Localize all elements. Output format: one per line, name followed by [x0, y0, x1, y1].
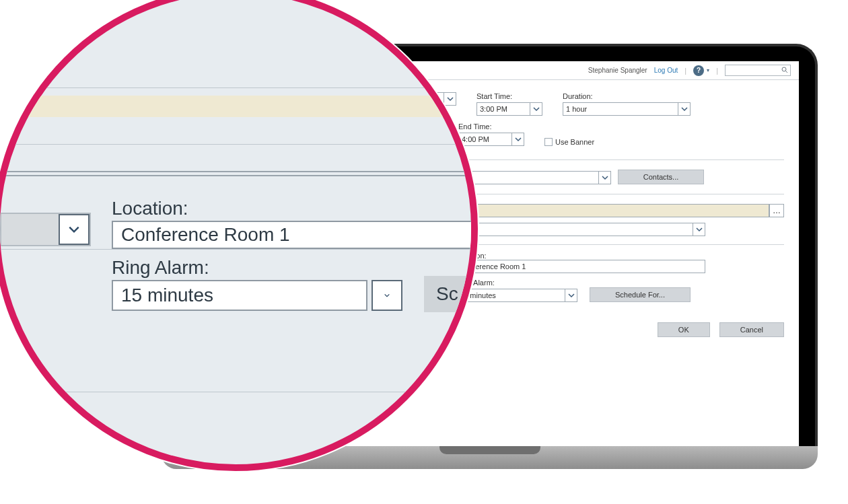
ring-alarm-value-zoom: 15 minutes — [121, 285, 213, 306]
end-time-value: 4:00 PM — [462, 135, 489, 143]
ring-alarm-label-zoom: Ring Alarm: — [112, 257, 209, 279]
chevron-down-icon — [511, 133, 524, 145]
ellipsis-button[interactable]: … — [769, 204, 784, 217]
notes-input-zoom[interactable] — [0, 96, 471, 117]
ring-alarm-field: Ring Alarm: 15 minutes — [456, 279, 577, 302]
chevron-down-icon — [693, 223, 705, 236]
divider — [0, 171, 471, 172]
divider: | — [684, 67, 686, 75]
location-input-zoom[interactable]: Conference Room 1 — [112, 221, 478, 249]
checkbox-box — [544, 138, 553, 146]
duration-value: 1 hour — [566, 105, 587, 113]
use-banner-label: Use Banner — [555, 138, 594, 146]
duration-select[interactable]: 1 hour — [563, 102, 691, 116]
magnifier-overlay: Location: Conference Room 1 Ring Alarm: … — [0, 0, 478, 471]
chevron-down-icon — [59, 214, 90, 245]
location-input[interactable]: Conference Room 1 — [456, 260, 705, 273]
ok-button[interactable]: OK — [658, 322, 710, 337]
chevron-down-icon — [598, 172, 610, 184]
magnifier-content: Location: Conference Room 1 Ring Alarm: … — [0, 0, 471, 464]
start-time-value: 3:00 PM — [480, 105, 507, 113]
divider — [0, 249, 471, 250]
ring-alarm-label: Ring Alarm: — [456, 279, 577, 287]
duration-label: Duration: — [563, 92, 691, 100]
start-time-label: Start Time: — [476, 92, 542, 100]
use-banner-checkbox[interactable]: Use Banner — [544, 138, 594, 146]
divider: | — [716, 67, 718, 75]
duration-field: Duration: 1 hour — [563, 92, 691, 116]
logout-link[interactable]: Log Out — [654, 67, 678, 74]
help-dropdown-caret[interactable]: ▾ — [707, 67, 709, 73]
search-icon — [781, 66, 789, 74]
end-time-label: End Time: — [458, 122, 524, 131]
divider — [0, 175, 471, 176]
schedule-for-button[interactable]: Schedule For... — [590, 287, 691, 302]
chevron-down-icon — [530, 103, 542, 115]
svg-point-0 — [782, 67, 786, 71]
location-value-zoom: Conference Room 1 — [121, 224, 290, 246]
start-time-select[interactable]: 3:00 PM — [476, 102, 542, 116]
start-time-field: Start Time: 3:00 PM — [476, 92, 542, 116]
end-time-field: End Time: 4:00 PM — [458, 122, 524, 146]
ring-alarm-select-zoom[interactable]: 15 minutes — [112, 280, 402, 311]
search-input[interactable] — [725, 65, 791, 76]
chevron-down-icon — [678, 103, 690, 115]
help-icon[interactable]: ? — [693, 65, 704, 76]
contacts-button[interactable]: Contacts... — [618, 170, 704, 184]
chevron-down-icon — [372, 280, 402, 311]
location-label-zoom: Location: — [112, 198, 188, 219]
end-time-select[interactable]: 4:00 PM — [458, 133, 524, 146]
unknown-select-zoom[interactable] — [0, 213, 91, 246]
divider — [0, 392, 471, 392]
chevron-down-icon — [565, 289, 577, 301]
divider — [0, 87, 471, 88]
svg-line-1 — [786, 71, 788, 73]
ring-alarm-select[interactable]: 15 minutes — [456, 289, 577, 302]
user-name: Stephanie Spangler — [588, 67, 647, 74]
divider — [0, 144, 471, 145]
cancel-button[interactable]: Cancel — [719, 322, 784, 337]
chevron-down-icon — [444, 93, 456, 105]
